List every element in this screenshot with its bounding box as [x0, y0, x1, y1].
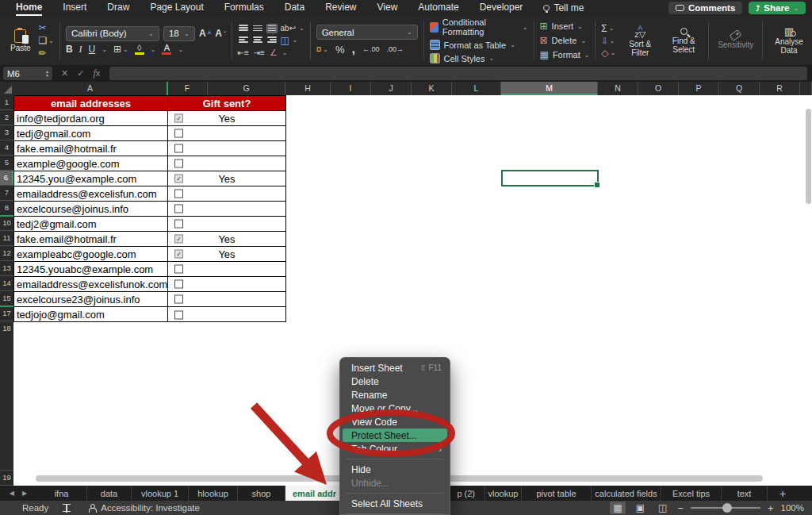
gift-cell-row17[interactable] [168, 307, 285, 322]
accessibility-status[interactable]: Accessibility: Investigate [101, 503, 200, 513]
checkbox-row3[interactable] [174, 129, 183, 138]
row-header-4[interactable]: 4 [0, 140, 13, 156]
gift-cell-row3[interactable] [168, 126, 285, 141]
sheet-tab-vlookup[interactable]: vlookup [485, 486, 522, 501]
context-menu-view-code[interactable]: View Code [340, 415, 450, 429]
row-header-5[interactable]: 5 [0, 156, 13, 171]
align-left-button[interactable] [238, 36, 249, 45]
menu-view[interactable]: View [377, 0, 398, 16]
decrease-font-size-button[interactable]: Aˇ [215, 28, 225, 39]
zoom-slider-thumb[interactable] [722, 503, 732, 513]
gift-cell-row7[interactable] [168, 186, 285, 202]
email-cell-A14[interactable]: emailaddress@excelisfunok.com [14, 277, 167, 292]
context-menu-tab-colour[interactable]: Tab Colour› [340, 442, 450, 455]
email-cell-A12[interactable]: exampleabc@google.com [14, 247, 167, 262]
row-headers[interactable]: 12345678101112131415171819 [0, 95, 13, 486]
column-header-F[interactable]: F [167, 82, 208, 95]
decrease-decimal-button[interactable]: .00→ [387, 45, 404, 53]
context-menu-hide[interactable]: Hide [340, 463, 450, 476]
row-header-10[interactable]: 10 [0, 216, 13, 231]
cut-icon[interactable]: ✂ [39, 22, 54, 33]
zoom-slider[interactable] [691, 507, 760, 509]
menu-developer[interactable]: Developer [480, 0, 523, 16]
sheet-tab-shop[interactable]: shop [238, 486, 285, 501]
chevron-down-icon[interactable]: ⌄ [102, 46, 107, 53]
page-break-view-icon[interactable]: ◫ [655, 502, 670, 514]
chevron-down-icon[interactable]: ⌄ [178, 46, 183, 53]
font-color-button[interactable]: A [162, 44, 171, 55]
accept-icon[interactable]: ✓ [77, 68, 84, 79]
checkbox-row7[interactable] [174, 190, 183, 198]
checkbox-row10[interactable] [174, 220, 183, 229]
column-header-G[interactable]: G [208, 82, 285, 95]
row-header-13[interactable]: 13 [0, 261, 13, 276]
email-cell-A10[interactable]: tedj2@gmail.com [14, 217, 167, 232]
context-menu-insert-sheet[interactable]: Insert Sheet⇧ F11 [340, 361, 450, 375]
column-header-end[interactable] [800, 82, 812, 95]
chevron-down-icon[interactable]: ⌄ [282, 49, 288, 56]
tab-scroll-left-icon[interactable]: ◀ [10, 490, 14, 497]
row-header-12[interactable]: 12 [0, 246, 13, 261]
row-header-1[interactable]: 1 [0, 95, 13, 110]
checkbox-row15[interactable] [174, 295, 183, 304]
comma-button[interactable]: , [352, 42, 355, 56]
clear-button[interactable]: ◇⌄ [601, 48, 615, 59]
normal-view-icon[interactable]: ▦ [610, 502, 625, 514]
gift-cell-row12[interactable]: ✓Yes [168, 247, 285, 262]
context-menu-protect-sheet[interactable]: Protect Sheet... [343, 429, 447, 442]
underline-button[interactable]: U [89, 44, 96, 55]
checkbox-row5[interactable] [174, 159, 183, 168]
menu-data[interactable]: Data [285, 0, 304, 16]
checkbox-row12[interactable]: ✓ [174, 250, 183, 259]
row-header-2[interactable]: 2 [0, 110, 13, 125]
autosum-button[interactable]: Σ⌄ [601, 23, 615, 34]
gift-cell-row5[interactable] [168, 156, 285, 171]
fill-button[interactable]: ⇩⌄ [601, 37, 615, 45]
delete-cells-button[interactable]: ⊠ Delete ⌄ [540, 35, 590, 46]
zoom-in-icon[interactable]: + [768, 502, 774, 514]
row-header-18[interactable]: 18 [0, 321, 13, 471]
email-cell-A11[interactable]: fake.email@hotmail.fr [14, 232, 167, 247]
email-cell-A5[interactable]: example@google.com [14, 156, 167, 171]
email-cell-A2[interactable]: info@tedjordan.org [14, 111, 167, 126]
menu-formulas[interactable]: Formulas [224, 0, 264, 16]
context-menu-move-or-copy[interactable]: Move or Copy... [340, 402, 450, 415]
insert-function-icon[interactable]: fx [93, 67, 100, 79]
row-header-3[interactable]: 3 [0, 125, 13, 140]
menu-review[interactable]: Review [325, 0, 356, 16]
bold-button[interactable]: B [66, 44, 73, 55]
row-header-19[interactable]: 19 [0, 471, 13, 486]
conditional-formatting-button[interactable]: Conditional Formatting ⌄ [430, 17, 528, 37]
analyse-data-button[interactable]: ▥ Analyse Data [768, 27, 810, 55]
context-menu-rename[interactable]: Rename [340, 388, 450, 402]
align-center-button[interactable] [252, 36, 263, 45]
zoom-level[interactable]: 100% [781, 503, 804, 513]
vertical-scrollbar[interactable] [806, 109, 811, 204]
sheet-tab-text[interactable]: text [722, 486, 768, 501]
sheet-tab-ifna[interactable]: ifna [36, 486, 87, 501]
menu-draw[interactable]: Draw [107, 0, 129, 16]
column-header-Q[interactable]: Q [719, 82, 760, 95]
checkbox-row13[interactable] [174, 265, 183, 274]
italic-button[interactable]: I [79, 44, 82, 56]
gift-cell-row6[interactable]: ✓Yes [168, 171, 285, 186]
column-header-K[interactable]: K [412, 82, 452, 95]
accessibility-icon[interactable] [88, 504, 96, 513]
sheet-tab-hlookup[interactable]: hlookup [189, 486, 238, 501]
menu-insert[interactable]: Insert [63, 0, 86, 16]
font-name-select[interactable]: Calibri (Body)⌄ [66, 26, 159, 41]
checkbox-row17[interactable] [174, 310, 183, 319]
email-cell-A13[interactable]: 12345.youabc@example.com [14, 262, 167, 277]
name-box[interactable]: M6 ▴▾ [3, 67, 52, 80]
gift-sent-header[interactable]: Gift sent? [168, 96, 285, 111]
format-as-table-button[interactable]: Format as Table ⌄ [430, 40, 528, 50]
sheet-tab-vlookup-1[interactable]: vlookup 1 [132, 486, 189, 501]
gift-cell-row2[interactable]: ✓Yes [168, 111, 285, 126]
checkbox-row11[interactable]: ✓ [174, 235, 183, 244]
tell-me-button[interactable]: Tell me [543, 2, 584, 13]
chevron-down-icon[interactable]: ⌄ [151, 46, 156, 53]
menu-home[interactable]: Home [16, 0, 42, 16]
email-cell-A15[interactable]: excelcourse23@joinus.info [14, 292, 167, 307]
menu-automate[interactable]: Automate [418, 0, 458, 16]
email-addresses-header[interactable]: email addresses [14, 96, 167, 111]
